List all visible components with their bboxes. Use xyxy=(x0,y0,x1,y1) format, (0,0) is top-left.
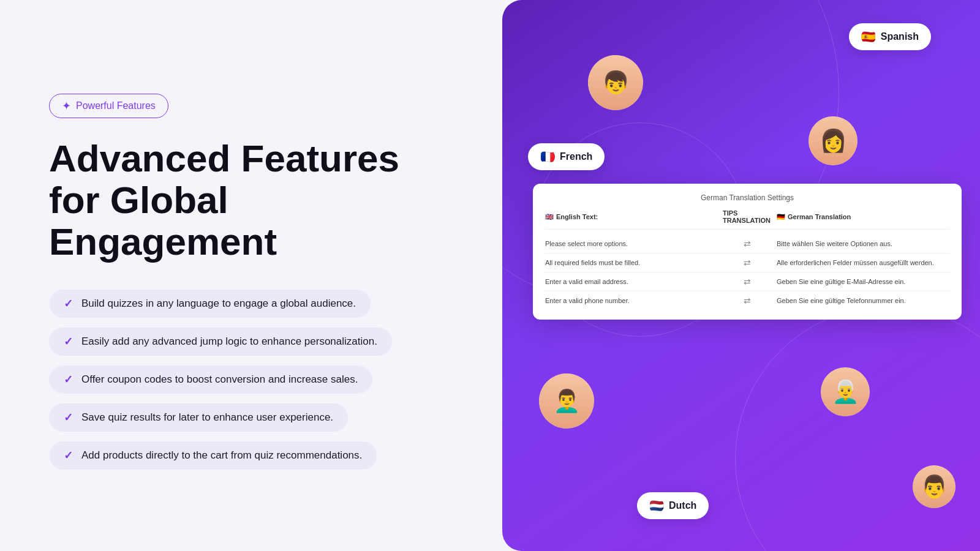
card-rows: Please select more options. ⇄ Bitte wähl… xyxy=(545,234,949,310)
feature-item: ✓Build quizzes in any language to engage… xyxy=(49,290,371,318)
spanish-label: Spanish xyxy=(881,31,919,42)
headline-line1: Advanced Features xyxy=(49,138,453,179)
german-text: Alle erforderlichen Felder müssen ausgef… xyxy=(777,259,949,266)
english-text: Please select more options. xyxy=(545,240,718,247)
feature-text: Build quizzes in any language to engage … xyxy=(81,298,356,310)
avatar-2: 👩 xyxy=(809,116,858,165)
english-text: Enter a valid phone number. xyxy=(545,297,718,304)
feature-item: ✓Save quiz results for later to enhance … xyxy=(49,403,348,432)
avatar-4: 👨‍🦳 xyxy=(821,367,870,416)
language-pill-spanish[interactable]: 🇪🇸 Spanish xyxy=(849,23,931,50)
check-icon: ✓ xyxy=(64,297,73,310)
feature-text: Save quiz results for later to enhance u… xyxy=(81,411,333,424)
german-text: Bitte wählen Sie weitere Optionen aus. xyxy=(777,240,949,247)
col-english-header: 🇬🇧 English Text: xyxy=(545,209,718,224)
feature-text: Offer coupon codes to boost conversion a… xyxy=(81,373,358,386)
english-text: All required fields must be filled. xyxy=(545,259,718,266)
translate-icon: ⇄ xyxy=(723,258,772,268)
deco-circle-2 xyxy=(735,306,980,551)
table-row: All required fields must be filled. ⇄ Al… xyxy=(545,253,949,272)
feature-item: ✓Offer coupon codes to boost conversion … xyxy=(49,365,372,394)
avatar-1: 👦 xyxy=(588,55,643,110)
language-pill-dutch[interactable]: 🇳🇱 Dutch xyxy=(637,492,709,519)
avatar-3: 👨‍🦱 xyxy=(539,373,594,429)
check-icon: ✓ xyxy=(64,449,73,462)
right-panel: 🇪🇸 Spanish 🇫🇷 French 🇳🇱 Dutch 👦 👩 👨‍🦱 👨‍… xyxy=(502,0,980,551)
translate-icon: ⇄ xyxy=(723,277,772,287)
card-header: 🇬🇧 English Text: TIPS TRANSLATION 🇩🇪 Ger… xyxy=(545,209,949,230)
language-pill-french[interactable]: 🇫🇷 French xyxy=(528,143,605,170)
badge-icon: ✦ xyxy=(62,99,71,113)
german-text: Geben Sie eine gültige E-Mail-Adresse ei… xyxy=(777,278,949,285)
feature-item: ✓Add products directly to the cart from … xyxy=(49,441,377,470)
features-list: ✓Build quizzes in any language to engage… xyxy=(49,290,453,470)
check-icon: ✓ xyxy=(64,373,73,386)
check-icon: ✓ xyxy=(64,335,73,348)
table-row: Please select more options. ⇄ Bitte wähl… xyxy=(545,234,949,253)
table-row: Enter a valid phone number. ⇄ Geben Sie … xyxy=(545,291,949,310)
english-flag: 🇬🇧 xyxy=(545,213,554,221)
translation-card: German Translation Settings 🇬🇧 English T… xyxy=(533,184,962,320)
card-title: German Translation Settings xyxy=(545,193,949,202)
translate-icon: ⇄ xyxy=(723,296,772,305)
left-panel: ✦ Powerful Features Advanced Features fo… xyxy=(0,0,502,551)
feature-item: ✓Easily add any advanced jump logic to e… xyxy=(49,328,392,356)
table-row: Enter a valid email address. ⇄ Geben Sie… xyxy=(545,272,949,291)
check-icon: ✓ xyxy=(64,411,73,424)
french-flag: 🇫🇷 xyxy=(540,149,555,164)
headline: Advanced Features for Global Engagement xyxy=(49,138,453,263)
translate-icon: ⇄ xyxy=(723,239,772,249)
feature-text: Add products directly to the cart from q… xyxy=(81,449,362,462)
col-tips-header: TIPS TRANSLATION xyxy=(723,209,772,224)
avatar-5: 👨 xyxy=(913,465,956,508)
dutch-label: Dutch xyxy=(669,500,696,511)
french-label: French xyxy=(560,151,592,162)
badge-label: Powerful Features xyxy=(76,100,156,111)
german-text: Geben Sie eine gültige Telefonnummer ein… xyxy=(777,297,949,304)
dutch-flag: 🇳🇱 xyxy=(649,498,664,513)
german-flag: 🇩🇪 xyxy=(777,213,785,221)
spanish-flag: 🇪🇸 xyxy=(861,29,876,44)
headline-line2: for Global Engagement xyxy=(49,179,453,263)
badge: ✦ Powerful Features xyxy=(49,94,168,118)
english-text: Enter a valid email address. xyxy=(545,278,718,285)
feature-text: Easily add any advanced jump logic to en… xyxy=(81,335,377,348)
col-german-header: 🇩🇪 German Translation xyxy=(777,209,949,224)
